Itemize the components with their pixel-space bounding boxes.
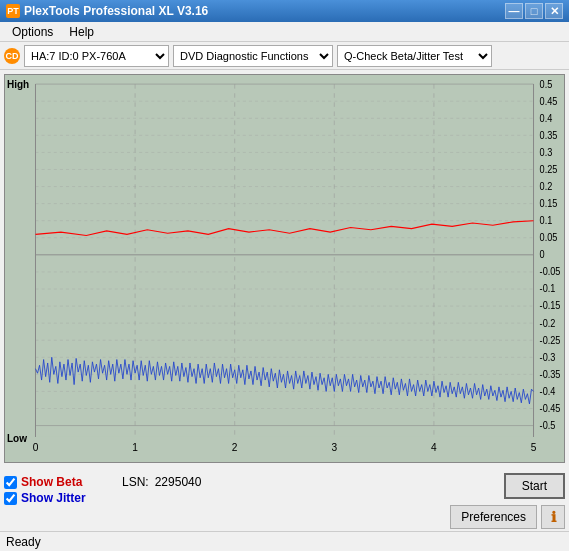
svg-text:-0.35: -0.35 <box>540 368 561 380</box>
app-title: PlexTools Professional XL V3.16 <box>24 4 208 18</box>
svg-text:-0.25: -0.25 <box>540 334 561 346</box>
status-bar: Ready <box>0 531 569 551</box>
svg-text:0.2: 0.2 <box>540 180 553 192</box>
svg-text:0.15: 0.15 <box>540 198 558 210</box>
svg-text:-0.5: -0.5 <box>540 419 556 431</box>
lsn-value: 2295040 <box>155 475 202 489</box>
show-jitter-label[interactable]: Show Jitter <box>21 491 86 505</box>
svg-text:-0.05: -0.05 <box>540 266 561 278</box>
preferences-button[interactable]: Preferences <box>450 505 537 529</box>
svg-text:1: 1 <box>132 440 138 453</box>
show-jitter-checkbox[interactable] <box>4 492 17 505</box>
main-content: High Low <box>0 70 569 551</box>
maximize-button[interactable]: □ <box>525 3 543 19</box>
show-beta-label[interactable]: Show Beta <box>21 475 82 489</box>
svg-text:0.25: 0.25 <box>540 163 558 175</box>
svg-text:-0.2: -0.2 <box>540 317 556 329</box>
svg-text:0.3: 0.3 <box>540 146 553 158</box>
lsn-label: LSN: <box>122 475 149 489</box>
svg-text:0: 0 <box>540 249 546 261</box>
right-buttons: Start Preferences ℹ <box>450 471 565 529</box>
show-beta-checkbox[interactable] <box>4 476 17 489</box>
svg-text:0.4: 0.4 <box>540 112 553 124</box>
status-text: Ready <box>6 535 41 549</box>
lsn-panel: LSN: 2295040 <box>122 471 442 489</box>
svg-text:0.05: 0.05 <box>540 232 558 244</box>
svg-text:5: 5 <box>531 440 537 453</box>
start-button[interactable]: Start <box>504 473 565 499</box>
show-beta-row: Show Beta <box>4 475 114 489</box>
svg-text:0.1: 0.1 <box>540 215 553 227</box>
svg-text:2: 2 <box>232 440 238 453</box>
svg-text:-0.4: -0.4 <box>540 385 556 397</box>
chart-container: High Low <box>4 74 565 463</box>
toolbar: CD HA:7 ID:0 PX-760A DVD Diagnostic Func… <box>0 42 569 70</box>
svg-text:-0.3: -0.3 <box>540 351 556 363</box>
menu-options[interactable]: Options <box>4 23 61 41</box>
svg-text:0.35: 0.35 <box>540 129 558 141</box>
svg-text:0.5: 0.5 <box>540 78 553 90</box>
svg-text:-0.45: -0.45 <box>540 402 561 414</box>
drive-icon: CD <box>4 48 20 64</box>
title-bar: PT PlexTools Professional XL V3.16 — □ ✕ <box>0 0 569 22</box>
drive-select[interactable]: HA:7 ID:0 PX-760A <box>24 45 169 67</box>
svg-text:0.45: 0.45 <box>540 95 558 107</box>
svg-text:-0.1: -0.1 <box>540 283 556 295</box>
info-button[interactable]: ℹ <box>541 505 565 529</box>
function-select[interactable]: DVD Diagnostic Functions <box>173 45 333 67</box>
close-button[interactable]: ✕ <box>545 3 563 19</box>
menu-help[interactable]: Help <box>61 23 102 41</box>
svg-text:3: 3 <box>331 440 337 453</box>
show-jitter-row: Show Jitter <box>4 491 114 505</box>
svg-text:-0.15: -0.15 <box>540 300 561 312</box>
svg-text:0: 0 <box>33 440 39 453</box>
svg-text:4: 4 <box>431 440 437 453</box>
menu-bar: Options Help <box>0 22 569 42</box>
chart-svg: 0 1 2 3 4 5 0.5 0.45 0.4 0.35 0.3 0.25 0… <box>5 75 564 462</box>
checkboxes-panel: Show Beta Show Jitter <box>4 471 114 505</box>
test-select[interactable]: Q-Check Beta/Jitter Test <box>337 45 492 67</box>
app-icon: PT <box>6 4 20 18</box>
minimize-button[interactable]: — <box>505 3 523 19</box>
y-label-low: Low <box>7 433 27 444</box>
y-label-high: High <box>7 79 29 90</box>
